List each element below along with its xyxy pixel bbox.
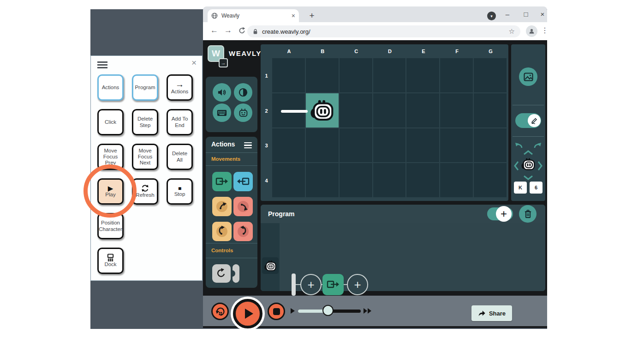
character-sounds-button[interactable] <box>234 103 252 122</box>
grid-cells <box>272 58 507 197</box>
program-robot-icon <box>264 260 277 272</box>
overlay-actions-button[interactable]: Actions <box>97 74 124 101</box>
keyboard-shortcuts-button[interactable] <box>213 103 231 122</box>
audio-settings-panel <box>206 77 257 132</box>
turn-right-90-block[interactable] <box>233 222 253 241</box>
grid-cell-B3 <box>306 128 339 163</box>
button-label: Delete All <box>169 151 191 163</box>
button-label: Actions <box>171 89 189 95</box>
plus-icon: + <box>354 278 361 292</box>
add-node-knob[interactable]: + <box>496 206 512 222</box>
move-forward-block[interactable] <box>212 172 232 191</box>
stop-button[interactable] <box>268 303 285 320</box>
sound-toggle-button[interactable] <box>213 83 231 102</box>
stop-icon <box>273 308 280 315</box>
overlay-move-focus-next-button[interactable]: Move Focus Next <box>132 144 158 170</box>
profile-avatar[interactable] <box>526 25 537 37</box>
keyboard-icon <box>217 109 227 116</box>
turn-left-90-block[interactable] <box>212 222 232 241</box>
overlay-program-button[interactable]: Program <box>132 74 158 101</box>
plus-icon: + <box>501 207 507 220</box>
url-text[interactable]: create.weavly.org/ <box>262 28 505 35</box>
pen-icon <box>531 117 538 124</box>
stop-icon: ■ <box>178 186 181 191</box>
overlay-menu-icon[interactable] <box>97 61 107 70</box>
add-step-button-1[interactable]: + <box>300 274 322 295</box>
browser-tab[interactable]: Weavly × <box>208 9 299 22</box>
play-button[interactable] <box>233 299 262 328</box>
move-backward-block[interactable] <box>233 172 253 191</box>
pen-toggle[interactable] <box>515 113 541 128</box>
reload-icon[interactable] <box>238 27 246 35</box>
movements-section-label: Movements <box>211 156 240 162</box>
grid-cell-D3 <box>373 128 406 163</box>
overlay-close-icon[interactable]: × <box>191 58 197 68</box>
grid-column-label-E: E <box>406 44 440 58</box>
palette-menu-icon[interactable] <box>244 142 252 150</box>
browser-update-icon[interactable]: ▾ <box>487 12 496 20</box>
forward-icon[interactable]: → <box>224 26 232 35</box>
move-down-chevron-icon[interactable] <box>523 175 533 180</box>
grid-cell-F1 <box>440 58 473 92</box>
share-icon <box>478 310 486 317</box>
play-icon <box>245 309 253 319</box>
playback-bar: Share <box>203 296 547 326</box>
sequence-start-marker[interactable] <box>292 273 296 296</box>
overlay-dock-button[interactable]: Dock <box>97 248 124 274</box>
new-tab-button[interactable]: + <box>305 9 318 22</box>
backward-arrow-icon <box>237 177 250 186</box>
position-row-button[interactable]: 6 <box>530 182 543 194</box>
overlay-add-to-end-button[interactable]: Add To End <box>167 109 193 135</box>
overlay-goto-actions-button[interactable]: → Actions <box>167 74 193 101</box>
program-forward-step[interactable] <box>322 274 344 295</box>
window-maximize-button[interactable]: □ <box>519 6 533 21</box>
button-label: Refresh <box>136 192 154 198</box>
loop-end-block[interactable] <box>233 264 239 283</box>
grid-column-label-C: C <box>340 44 373 58</box>
loop-block[interactable] <box>212 264 231 283</box>
speed-slider-handle[interactable] <box>322 305 334 316</box>
scene-grid-panel: ABCDEFG 1234 <box>261 44 508 201</box>
bookmark-star-icon[interactable]: ☆ <box>509 27 515 36</box>
back-icon[interactable]: ← <box>210 26 218 35</box>
grid-column-label-D: D <box>373 44 407 58</box>
contrast-icon <box>239 88 248 97</box>
window-minimize-button[interactable]: – <box>500 6 515 21</box>
grid-cell-B1 <box>306 58 339 92</box>
browser-menu-icon[interactable]: ⋮ <box>541 26 549 35</box>
overlay-delete-all-button[interactable]: Delete All <box>167 144 193 170</box>
redo-turn-right-icon[interactable] <box>534 142 542 149</box>
browser-toolbar: ← → create.weavly.org/ ☆ ⋮ <box>203 22 547 40</box>
delete-program-button[interactable] <box>519 205 537 223</box>
button-label: Actions <box>102 85 119 91</box>
replay-button[interactable] <box>211 303 229 320</box>
overlay-stop-button[interactable]: ■ Stop <box>167 178 193 205</box>
grid-cell-E2 <box>406 93 439 128</box>
arrow-right-icon: → <box>175 80 184 89</box>
share-label: Share <box>489 310 506 317</box>
add-step-button-2[interactable]: + <box>347 274 368 295</box>
window-close-button[interactable]: × <box>535 6 550 21</box>
scene-background-button[interactable] <box>519 67 537 86</box>
grid-cell-G1 <box>474 58 507 92</box>
program-character-tile[interactable] <box>262 257 279 274</box>
share-button[interactable]: Share <box>471 305 512 321</box>
turn-right-45-block[interactable] <box>233 197 253 216</box>
undo-turn-left-icon[interactable] <box>515 142 523 149</box>
overlay-delete-step-button[interactable]: Delete Step <box>132 109 158 135</box>
grid-cell-G2 <box>474 93 507 128</box>
button-label: Dock <box>104 261 116 267</box>
move-up-chevron-icon[interactable] <box>523 150 533 155</box>
grid-cell-F2 <box>440 93 473 128</box>
button-label: Position Character <box>99 220 122 232</box>
move-left-chevron-icon[interactable] <box>514 161 519 171</box>
position-column-button[interactable]: K <box>514 182 527 194</box>
button-label: Stop <box>174 191 185 197</box>
move-right-chevron-icon[interactable] <box>537 161 543 171</box>
turn-left-45-block[interactable] <box>212 197 232 216</box>
address-bar[interactable]: create.weavly.org/ ☆ <box>247 25 520 37</box>
program-header: Program + <box>261 205 545 223</box>
overlay-click-button[interactable]: Click <box>97 109 124 135</box>
tab-close-icon[interactable]: × <box>292 12 295 19</box>
contrast-toggle-button[interactable] <box>234 83 252 102</box>
